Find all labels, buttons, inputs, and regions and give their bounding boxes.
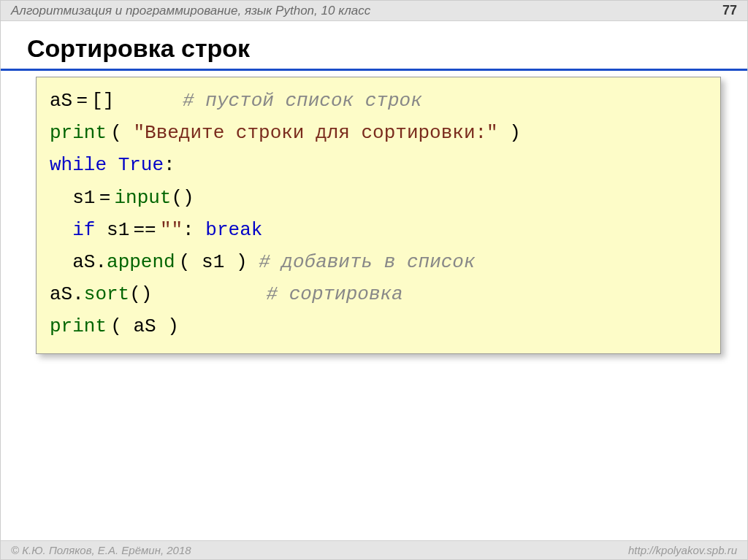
footer-copyright: © К.Ю. Поляков, Е.А. Ерёмин, 2018 xyxy=(11,544,628,556)
code-line-5: if s1 == "": break xyxy=(50,214,707,246)
footer-url: http://kpolyakov.spb.ru xyxy=(628,544,737,556)
code-line-7: aS.sort() # сортировка xyxy=(50,278,707,310)
code-line-2: print ( "Введите строки для сортировки:"… xyxy=(50,117,707,149)
code-line-8: print ( aS ) xyxy=(50,310,707,342)
header-title: Алгоритмизация и программирование, язык … xyxy=(11,4,722,18)
code-line-6: aS.append ( s1 ) # добавить в список xyxy=(50,246,707,278)
code-block: aS = [] # пустой список строк print ( "В… xyxy=(36,77,721,354)
code-line-1: aS = [] # пустой список строк xyxy=(50,85,707,117)
title-underline xyxy=(1,69,747,71)
header-bar: Алгоритмизация и программирование, язык … xyxy=(1,1,747,21)
slide-title: Сортировка строк xyxy=(1,21,747,69)
page-number: 77 xyxy=(722,3,737,18)
footer-bar: © К.Ю. Поляков, Е.А. Ерёмин, 2018 http:/… xyxy=(1,540,747,559)
code-line-3: while True: xyxy=(50,149,707,181)
code-line-4: s1 = input() xyxy=(50,182,707,214)
